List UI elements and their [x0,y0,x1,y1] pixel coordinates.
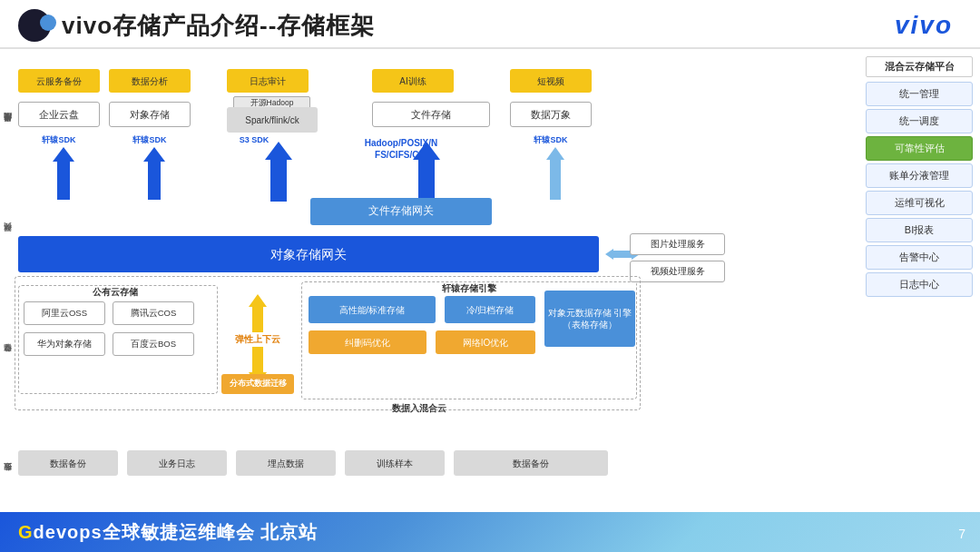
arrow-head-1 [53,147,74,162]
double-arrow-body [613,251,632,258]
sidebar-btn-alert[interactable]: 告警中心 [866,245,973,270]
biz-box-1: 数据备份 [18,450,118,476]
sdk-label-2: 轩辕SDK [109,135,191,145]
footer: Gdevops全球敏捷运维峰会 北京站 7 [0,512,980,552]
yellow-box-analysis: 数据分析 [109,69,191,93]
object-gateway-box: 对象存储网关 [18,236,599,272]
arrow-up-light [546,147,564,200]
section-label-usage: 使用场景产品维度 [2,69,14,187]
section-label-gateway: 存储网关 [2,206,14,270]
biz-box-5: 数据备份 [454,450,608,476]
biz-box-3: 埋点数据 [236,450,336,476]
biz-box-4: 训练样本 [345,450,445,476]
sidebar-btn-unified-mgmt[interactable]: 统一管理 [866,82,973,106]
footer-text-main: devops全球敏捷运维峰会 北京站 [34,522,318,542]
double-arrow-left-head [605,249,613,260]
sdk-label-4: 轩辕SDK [510,135,592,145]
arrow-body-light [550,160,561,200]
vivo-logo-icon [18,9,51,42]
sdk-label-1: 轩辕SDK [18,135,100,145]
product-data-universe: 数据万象 [510,102,592,127]
product-enterprise-disk: 企业云盘 [18,102,100,127]
outer-dashed [15,276,641,410]
header-left: vivo存储产品介绍--存储框架 [18,9,375,42]
arrow-up-1 [53,147,74,200]
footer-g: G [18,522,34,542]
biz-box-2: 业务日志 [127,450,227,476]
sidebar-btn-bi[interactable]: BI报表 [866,218,973,242]
vivo-brand-label: vivo [895,11,953,40]
right-sidebar: 混合云存储平台 统一管理 统一调度 可靠性评估 账单分液管理 运维可视化 BI报… [862,53,980,530]
image-service-box: 图片处理服务 [630,233,725,255]
arrow-up-4 [413,142,440,202]
arrow-up-2 [143,147,165,200]
section-label-engine: 存储引擎 [2,281,14,436]
page-title: vivo存储产品介绍--存储框架 [62,10,375,42]
sidebar-btn-reliability[interactable]: 可靠性评估 [866,136,973,161]
file-gateway-box: 文件存储网关 [310,198,492,225]
arrow-head-4 [413,142,440,160]
hadoop-box: Spark/flink/ck [227,107,318,133]
arrow-body-2 [148,162,161,200]
diagram-area: 使用场景产品维度 存储网关 存储引擎 业务数据 云服务备份 数据分析 日志审计 … [0,53,862,530]
main-content: 使用场景产品维度 存储网关 存储引擎 业务数据 云服务备份 数据分析 日志审计 … [0,49,980,530]
sidebar-btn-billing[interactable]: 账单分液管理 [866,163,973,188]
sidebar-title: 混合云存储平台 [866,56,973,77]
arrow-up-3 [265,142,292,202]
sidebar-btn-log[interactable]: 日志中心 [866,272,973,297]
arrow-head-3 [265,142,292,160]
arrow-body-3 [270,160,287,202]
section-label-biz: 业务数据 [2,447,14,508]
yellow-box-ai: AI训练 [372,69,454,93]
video-service-box: 视频处理服务 [630,261,725,282]
arrow-head-2 [143,147,165,162]
arrow-body-1 [57,162,70,200]
sidebar-btn-ops[interactable]: 运维可视化 [866,191,973,215]
yellow-box-backup: 云服务备份 [18,69,100,93]
arrow-head-light [546,147,564,160]
footer-page-num: 7 [958,527,965,541]
product-object-storage: 对象存储 [109,102,191,127]
arrow-body-4 [418,160,435,202]
yellow-box-video: 短视频 [510,69,592,93]
header: vivo存储产品介绍--存储框架 vivo [0,0,980,49]
footer-brand: Gdevops全球敏捷运维峰会 北京站 [18,520,318,545]
architecture-diagram: 使用场景产品维度 存储网关 存储引擎 业务数据 云服务备份 数据分析 日志审计 … [2,56,746,519]
yellow-box-audit: 日志审计 [227,69,309,93]
sidebar-btn-unified-sched[interactable]: 统一调度 [866,109,973,133]
product-file-storage: 文件存储 [372,102,490,127]
